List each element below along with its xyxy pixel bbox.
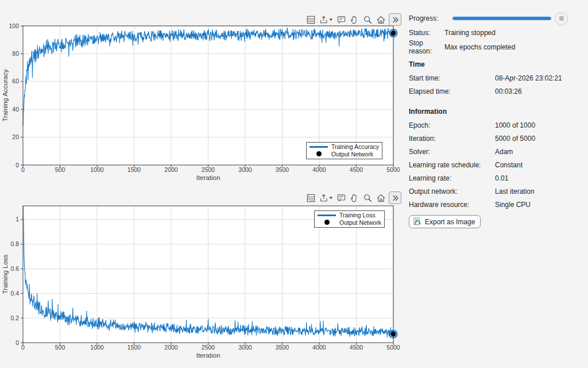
progress-row: Progress:: [409, 12, 582, 25]
dot-swatch: [316, 151, 322, 156]
x-axis-label: Iteration: [196, 174, 220, 181]
y-tick-label: 80: [12, 50, 19, 57]
legend-line-sample: [317, 214, 336, 216]
expand-panel-icon[interactable]: [389, 191, 401, 204]
y-tick-label: 100: [9, 22, 19, 29]
export-icon[interactable]: [319, 192, 334, 204]
x-tick-label: 3500: [276, 344, 289, 351]
x-tick-label: 500: [55, 166, 65, 173]
info-value: Single CPU: [495, 201, 531, 209]
progress-bar: [452, 17, 551, 20]
info-value: 0.01: [495, 174, 508, 182]
info-value: 5000 of 5000: [495, 135, 535, 143]
expand-panel-icon[interactable]: [389, 13, 401, 26]
info-row: Output network:Last iteration: [409, 185, 582, 198]
legend-dot-sample: [309, 151, 328, 156]
info-label: Output network:: [409, 187, 495, 195]
x-tick-label: 500: [55, 344, 65, 351]
legend: Training AccuracyOutput Network: [306, 142, 382, 159]
pan-icon[interactable]: [349, 192, 360, 204]
legend-item: Output Network: [309, 151, 379, 158]
x-tick-label: 4000: [312, 344, 326, 351]
legend-label: Training Loss: [339, 212, 376, 219]
stop-button[interactable]: [555, 12, 568, 25]
y-tick-label: 20: [12, 133, 19, 140]
x-tick-label: 1000: [90, 344, 104, 351]
x-tick-label: 1500: [127, 166, 141, 173]
progress-label: Progress:: [409, 14, 452, 22]
info-row: Learning rate:0.01: [409, 171, 582, 185]
legend: Training LossOutput Network: [314, 210, 385, 228]
info-value: Adam: [495, 148, 513, 156]
x-tick-label: 2500: [202, 344, 215, 351]
axes-toolbar: [305, 191, 401, 205]
zoom-icon[interactable]: [362, 192, 373, 204]
export-as-image-label: Export as Image: [425, 218, 475, 226]
x-tick-label: 4000: [312, 166, 326, 173]
info-row: Hardware resource:Single CPU: [409, 198, 582, 211]
stop-reason-label: Stop reason:: [409, 39, 444, 55]
zoom-icon[interactable]: [362, 14, 373, 26]
info-row: Learning rate schedule:Constant: [409, 158, 582, 171]
line-swatch: [318, 214, 336, 216]
info-row: Epoch:1000 of 1000: [409, 118, 582, 132]
y-tick-label: 0.6: [10, 265, 19, 272]
x-tick-label: 2500: [202, 166, 215, 173]
y-tick-label: 0.8: [10, 240, 19, 247]
brush-icon[interactable]: [305, 14, 316, 26]
legend-item: Output Network: [317, 219, 381, 227]
legend-line-sample: [309, 146, 328, 148]
dot-swatch: [324, 220, 330, 225]
x-tick-label: 3000: [238, 344, 252, 351]
information-section-heading: Information: [409, 105, 582, 118]
export-image-icon: [412, 217, 422, 227]
x-tick-label: 5000: [386, 344, 400, 351]
x-tick-label: 4500: [350, 166, 363, 173]
x-tick-label: 1000: [90, 166, 104, 173]
progress-bar-fill: [452, 17, 551, 20]
info-value: Last iteration: [495, 187, 535, 195]
start-time-label: Start time:: [409, 74, 495, 82]
y-axis-label: Training Accuracy: [2, 69, 9, 121]
x-tick-label: 5000: [386, 166, 400, 173]
start-time-value: 08-Apr-2026 23:02:21: [495, 74, 562, 82]
info-label: Hardware resource:: [409, 201, 495, 209]
y-tick-label: 0: [16, 339, 19, 346]
y-tick-label: 1: [16, 216, 19, 223]
legend-item: Training Loss: [317, 212, 381, 219]
legend-label: Output Network: [331, 151, 373, 158]
info-row: Iteration:5000 of 5000: [409, 132, 582, 145]
status-value: Training stopped: [444, 29, 496, 37]
elapsed-time-label: Elapsed time:: [409, 87, 495, 95]
pan-icon[interactable]: [349, 14, 360, 26]
datatips-icon[interactable]: [336, 192, 347, 204]
y-tick-label: 0.2: [10, 315, 19, 321]
datatips-icon[interactable]: [336, 14, 347, 26]
status-label: Status:: [409, 29, 444, 37]
export-icon[interactable]: [319, 14, 334, 26]
stop-reason-row: Stop reason: Max epochs completed: [409, 40, 582, 54]
training-progress-window: 0500100015002000250030003500400045005000…: [0, 0, 588, 368]
x-tick-label: 1500: [127, 344, 141, 351]
y-tick-label: 60: [12, 78, 19, 85]
x-tick-label: 4500: [350, 344, 363, 351]
x-tick-label: 3000: [238, 166, 252, 173]
x-tick-label: 2000: [164, 166, 178, 173]
start-time-row: Start time: 08-Apr-2026 23:02:21: [409, 71, 582, 85]
restore-view-icon[interactable]: [376, 14, 386, 26]
chart-training-accuracy: 0500100015002000250030003500400045005000…: [0, 0, 402, 190]
export-as-image-button[interactable]: Export as Image: [409, 215, 481, 228]
information-rows: Epoch:1000 of 1000Iteration:5000 of 5000…: [409, 118, 582, 211]
time-section-heading: Time: [409, 57, 582, 71]
legend-item: Training Accuracy: [309, 143, 379, 151]
y-tick-label: 0.4: [10, 290, 19, 297]
info-row: Solver:Adam: [409, 145, 582, 158]
stop-reason-value: Max epochs completed: [444, 43, 515, 51]
x-tick-label: 2000: [164, 344, 178, 351]
info-label: Solver:: [409, 148, 495, 156]
status-row: Status: Training stopped: [409, 25, 582, 40]
brush-icon[interactable]: [305, 192, 316, 204]
legend-dot-sample: [317, 220, 336, 225]
restore-view-icon[interactable]: [376, 192, 386, 204]
elapsed-time-value: 00:03:26: [495, 87, 522, 95]
